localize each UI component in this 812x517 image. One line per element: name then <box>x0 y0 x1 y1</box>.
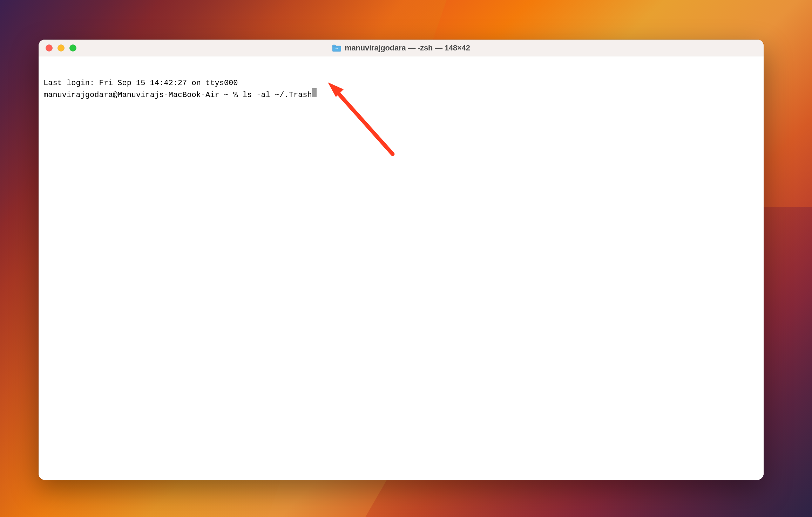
cursor <box>312 88 317 97</box>
title-center: manuvirajgodara — -zsh — 148×42 <box>332 43 470 53</box>
close-button[interactable] <box>46 44 53 51</box>
window-title: manuvirajgodara — -zsh — 148×42 <box>345 43 470 53</box>
terminal-window: manuvirajgodara — -zsh — 148×42 Last log… <box>39 40 764 480</box>
login-line: Last login: Fri Sep 15 14:42:27 on ttys0… <box>43 78 759 88</box>
window-titlebar[interactable]: manuvirajgodara — -zsh — 148×42 <box>39 40 764 56</box>
minimize-button[interactable] <box>57 44 65 51</box>
shell-prompt: manuvirajgodara@Manuvirajs-MacBook-Air ~… <box>43 90 243 100</box>
folder-icon <box>332 44 341 52</box>
command-input[interactable]: ls -al ~/.Trash <box>243 90 312 100</box>
prompt-line: manuvirajgodara@Manuvirajs-MacBook-Air ~… <box>43 88 759 100</box>
terminal-content[interactable]: Last login: Fri Sep 15 14:42:27 on ttys0… <box>39 56 764 480</box>
maximize-button[interactable] <box>69 44 76 51</box>
window-controls <box>39 44 76 51</box>
